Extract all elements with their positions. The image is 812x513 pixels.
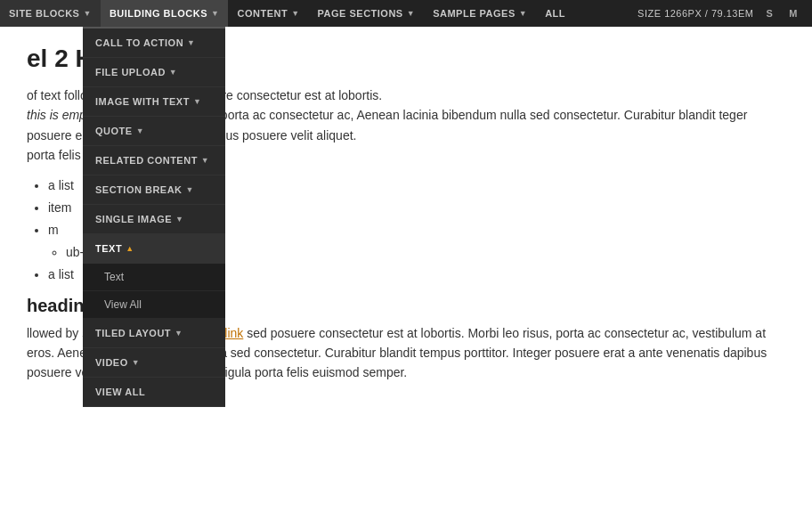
submenu-view-all[interactable]: View All <box>83 291 225 319</box>
dropdown-related-content[interactable]: RELATED CONTENT ▼ <box>83 146 225 175</box>
dropdown-section-break[interactable]: SECTION BREAK ▼ <box>83 175 225 205</box>
quote-arrow: ▼ <box>136 126 144 135</box>
text-arrow: ▲ <box>126 244 134 253</box>
submenu-text[interactable]: Text <box>83 264 225 291</box>
building-blocks-dropdown: CALL TO ACTION ▼ FILE UPLOAD ▼ IMAGE WIT… <box>83 27 225 407</box>
dropdown-single-image[interactable]: SINGLE IMAGE ▼ <box>83 205 225 234</box>
related-content-arrow: ▼ <box>201 156 209 165</box>
nav-bar: SITE BLOCKS ▼ BUILDING BLOCKS ▼ CONTENT … <box>0 0 812 27</box>
call-to-action-arrow: ▼ <box>187 38 195 47</box>
dropdown-quote[interactable]: QUOTE ▼ <box>83 117 225 146</box>
content-arrow: ▼ <box>291 9 299 18</box>
dropdown-image-with-text[interactable]: IMAGE WITH TEXT ▼ <box>83 87 225 117</box>
sample-pages-arrow: ▼ <box>519 9 527 18</box>
building-blocks-arrow: ▼ <box>211 9 219 18</box>
size-m-button[interactable]: M <box>785 6 801 20</box>
dropdown-text[interactable]: TEXT ▲ <box>83 234 225 264</box>
nav-page-sections[interactable]: PAGE SECTIONS ▼ <box>309 0 425 27</box>
text-submenu: Text View All <box>83 264 225 319</box>
single-image-arrow: ▼ <box>175 215 183 224</box>
file-upload-arrow: ▼ <box>169 68 177 77</box>
nav-building-blocks[interactable]: BUILDING BLOCKS ▼ <box>101 0 229 27</box>
nav-sample-pages[interactable]: SAMPLE PAGES ▼ <box>424 0 536 27</box>
dropdown-tiled-layout[interactable]: TILED LAYOUT ▼ <box>83 319 225 348</box>
dropdown-file-upload[interactable]: FILE UPLOAD ▼ <box>83 58 225 87</box>
nav-content[interactable]: CONTENT ▼ <box>228 0 308 27</box>
dropdown-view-all[interactable]: VIEW ALL <box>83 378 225 407</box>
page-sections-arrow: ▼ <box>407 9 415 18</box>
nav-all[interactable]: ALL <box>536 0 574 27</box>
size-display: SIZE 1266PX / 79.13EM S M <box>627 0 812 27</box>
site-blocks-arrow: ▼ <box>83 9 91 18</box>
dropdown-video[interactable]: VIDEO ▼ <box>83 348 225 378</box>
size-s-button[interactable]: S <box>762 6 776 20</box>
section-break-arrow: ▼ <box>186 185 194 194</box>
video-arrow: ▼ <box>132 358 140 367</box>
nav-site-blocks[interactable]: SITE BLOCKS ▼ <box>0 0 101 27</box>
image-with-text-arrow: ▼ <box>193 97 201 106</box>
tiled-layout-arrow: ▼ <box>175 329 183 338</box>
dropdown-call-to-action[interactable]: CALL TO ACTION ▼ <box>83 28 225 58</box>
